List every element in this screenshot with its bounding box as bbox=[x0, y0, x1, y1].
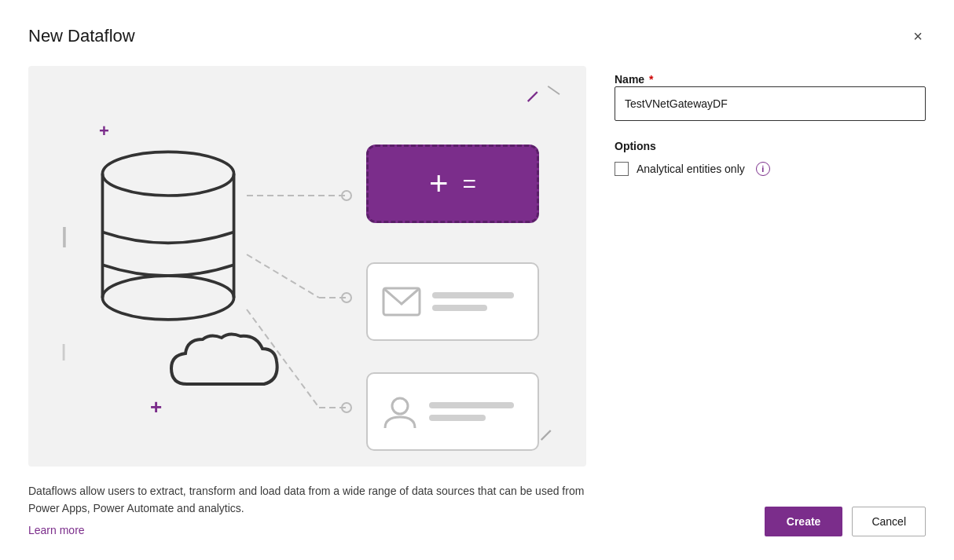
info-icon[interactable]: i bbox=[756, 162, 770, 176]
card-person-line-short bbox=[429, 415, 486, 421]
cancel-button[interactable]: Cancel bbox=[852, 507, 926, 536]
left-panel: + | | | — + + | bbox=[28, 66, 586, 536]
dialog-title: New Dataflow bbox=[28, 26, 135, 46]
email-icon bbox=[382, 287, 421, 317]
description-text: Dataflows allow users to extract, transf… bbox=[28, 482, 586, 518]
deco-dash-top2: — bbox=[544, 79, 565, 101]
illustration-box: + | | | — + + | bbox=[28, 66, 586, 467]
analytical-entities-label: Analytical entities only bbox=[637, 163, 745, 175]
deco-plus-br: + bbox=[150, 395, 162, 419]
card-line-short bbox=[432, 305, 487, 311]
purple-card-equals-icon: = bbox=[463, 172, 477, 196]
card-email bbox=[366, 262, 539, 341]
database-cylinder bbox=[90, 145, 247, 349]
svg-point-0 bbox=[102, 152, 233, 196]
card-purple: + = bbox=[366, 145, 539, 223]
learn-more-link[interactable]: Learn more bbox=[28, 524, 586, 536]
dialog-body: + | | | — + + | bbox=[28, 66, 926, 536]
right-panel: Name * Options Analytical entities only … bbox=[615, 66, 926, 536]
svg-point-13 bbox=[392, 398, 408, 414]
card-person bbox=[366, 372, 539, 451]
name-label: Name * bbox=[615, 73, 653, 86]
required-star: * bbox=[646, 73, 653, 86]
svg-point-8 bbox=[342, 293, 351, 302]
deco-bar-left: | bbox=[61, 223, 68, 248]
card-email-lines bbox=[432, 292, 523, 311]
close-button[interactable]: × bbox=[910, 25, 926, 47]
analytical-entities-checkbox[interactable] bbox=[615, 162, 629, 176]
purple-card-plus-icon: + bbox=[429, 167, 449, 200]
deco-plus-topleft: + bbox=[99, 121, 109, 141]
dialog-footer: Create Cancel bbox=[615, 481, 926, 536]
name-input[interactable] bbox=[615, 86, 926, 121]
cloud-icon bbox=[163, 325, 289, 396]
deco-dash-brc2: | bbox=[539, 427, 553, 441]
dialog-header: New Dataflow × bbox=[28, 25, 926, 47]
options-group: Options Analytical entities only i bbox=[615, 140, 926, 176]
name-field-group: Name * bbox=[615, 72, 926, 140]
svg-point-5 bbox=[342, 191, 351, 200]
person-icon bbox=[382, 393, 418, 430]
create-button[interactable]: Create bbox=[765, 507, 843, 536]
svg-point-11 bbox=[342, 403, 351, 412]
analytical-entities-row: Analytical entities only i bbox=[615, 162, 926, 176]
new-dataflow-dialog: New Dataflow × + | | | — + + | bbox=[0, 0, 954, 560]
svg-point-3 bbox=[102, 276, 233, 320]
card-person-lines bbox=[429, 402, 523, 421]
svg-line-6 bbox=[247, 254, 319, 298]
card-person-line-long bbox=[429, 402, 514, 408]
options-label: Options bbox=[615, 140, 926, 152]
deco-bar-left2: | bbox=[61, 341, 66, 361]
card-line-long bbox=[432, 292, 514, 298]
deco-dash-top: | bbox=[526, 89, 540, 103]
